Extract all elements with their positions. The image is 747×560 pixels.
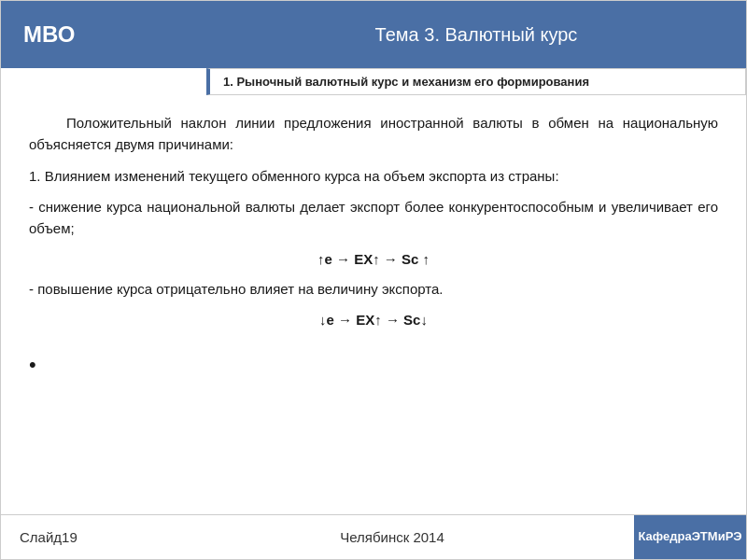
- header-right: Тема 3. Валютный курс: [206, 1, 746, 68]
- subtitle-bar: 1. Рыночный валютный курс и механизм его…: [206, 68, 746, 95]
- paragraph-1: Положительный наклон линии предложения и…: [29, 112, 718, 156]
- footer-department: Кафедра ЭТМиРЭ: [634, 515, 746, 559]
- paragraph-3: - снижение курса национальной валюты дел…: [29, 196, 718, 240]
- slide-number: 19: [62, 529, 78, 545]
- footer-city-year: Челябинск 2014: [150, 515, 634, 559]
- department-line2: ЭТМиРЭ: [692, 529, 742, 545]
- paragraph-4: - повышение курса отрицательно влияет на…: [29, 278, 718, 300]
- header: МВО Тема 3. Валютный курс: [1, 1, 746, 68]
- department-line1: Кафедра: [638, 529, 691, 545]
- formula-1: ↑e → EX↑ → Sc ↑: [29, 248, 718, 270]
- main-content: Положительный наклон линии предложения и…: [1, 95, 746, 514]
- bullet-point: •: [29, 349, 718, 381]
- header-left: МВО: [1, 1, 206, 68]
- topic-title: Тема 3. Валютный курс: [375, 24, 578, 46]
- slide-container: МВО Тема 3. Валютный курс 1. Рыночный ва…: [0, 0, 747, 560]
- footer: Слайд 19 Челябинск 2014 Кафедра ЭТМиРЭ: [1, 514, 746, 559]
- paragraph-2: 1. Влиянием изменений текущего обменного…: [29, 165, 718, 187]
- formula-2: ↓e → EX↑ → Sc↓: [29, 309, 718, 330]
- footer-slide-info: Слайд 19: [1, 515, 150, 559]
- mbo-title: МВО: [23, 21, 75, 48]
- slide-label: Слайд: [20, 529, 62, 545]
